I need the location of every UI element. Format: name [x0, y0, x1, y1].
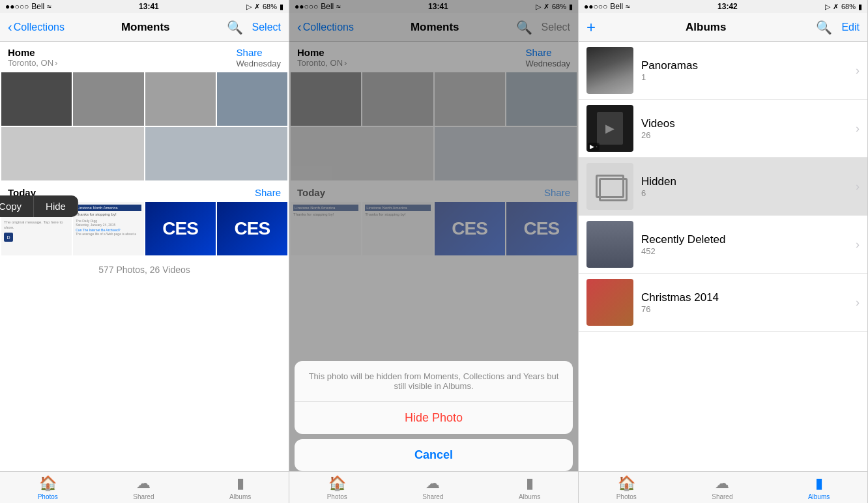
hide-photo-button[interactable]: Hide Photo: [295, 402, 573, 434]
album-count-videos: 26: [641, 130, 850, 140]
panel-3: ●●○○○ Bell ≈ 13:42 ▷ ✗ 68% ▮ + Albums 🔍 …: [579, 0, 868, 503]
panel-1: ●●○○○ Bell ≈ 13:41 ▷ ✗ 68% ▮ ‹ Collectio…: [0, 0, 289, 503]
ces-text-2: CES: [235, 218, 270, 239]
copy-button[interactable]: Copy: [0, 195, 34, 217]
share-button-today-1[interactable]: Share: [255, 187, 281, 198]
album-thumb-recently-deleted: [586, 221, 633, 268]
section-date-1: Wednesday: [237, 59, 281, 68]
select-button-1[interactable]: Select: [252, 22, 281, 33]
video-icon-overlay: ▶ ∙: [588, 143, 600, 151]
tab-bar-3: 🏠 Photos ☁ Shared ▮ Albums: [579, 471, 867, 503]
photo-cell-ces-1[interactable]: CES: [145, 202, 216, 255]
photo-cell-1-2[interactable]: [73, 72, 143, 126]
albums-list: Panoramas 1 › ▶ ▶ ∙ Videos 26 ›: [579, 42, 867, 471]
tab-photos-1[interactable]: 🏠 Photos: [38, 475, 58, 500]
album-info-christmas: Christmas 2014 76: [641, 291, 850, 314]
panel-2: ●●○○○ Bell ≈ 13:41 ▷ ✗ 68% ▮ ‹ Collectio…: [289, 0, 579, 503]
shared-icon-1: ☁: [136, 475, 151, 492]
tab-albums-3[interactable]: ▮ Albums: [808, 475, 830, 500]
chevron-videos: ›: [856, 122, 860, 136]
album-row-recently-deleted[interactable]: Recently Deleted 452 ›: [579, 216, 867, 274]
screenshot-icons-1: D: [4, 233, 69, 242]
photo-cell-1-4[interactable]: [217, 72, 287, 126]
albums-icon-3: ▮: [815, 475, 823, 492]
shared-icon-3: ☁: [715, 475, 729, 492]
digg-icon-1: D: [4, 233, 13, 242]
bluetooth-icon-3: ✗: [833, 3, 839, 11]
tab-photos-label-2: Photos: [327, 493, 347, 500]
battery-icon-1: ▮: [280, 3, 283, 11]
status-right-1: ▷ ✗ 68% ▮: [246, 3, 283, 11]
status-right-3: ▷ ✗ 68% ▮: [825, 3, 862, 11]
edit-button-3[interactable]: Edit: [841, 22, 860, 33]
search-icon-1[interactable]: 🔍: [227, 20, 243, 35]
album-row-videos[interactable]: ▶ ▶ ∙ Videos 26 ›: [579, 100, 867, 158]
chevron-right-home-1: ›: [55, 58, 57, 68]
battery-icon-3: ▮: [858, 3, 862, 11]
nav-bar-3: + Albums 🔍 Edit: [579, 13, 867, 42]
tab-photos-3[interactable]: 🏠 Photos: [616, 475, 637, 500]
nav-actions-1: 🔍 Select: [227, 20, 281, 35]
tab-albums-label-3: Albums: [808, 493, 830, 500]
wifi-icon-3: ≈: [626, 2, 630, 11]
section-right-home-1: Share Wednesday: [237, 47, 281, 68]
section-title-home-1: Home: [8, 47, 57, 58]
album-thumb-christmas: [586, 279, 633, 326]
album-name-panoramas: Panoramas: [641, 59, 850, 72]
tooltip-popup: Copy Hide: [0, 195, 78, 217]
photo-cell-1-6[interactable]: [145, 127, 288, 180]
photos-icon-3: 🏠: [618, 475, 635, 492]
section-location-1: Home Toronto, ON ›: [8, 47, 57, 68]
add-button-3[interactable]: +: [586, 18, 596, 36]
photo-cell-1-3[interactable]: [145, 72, 216, 126]
cancel-button-2[interactable]: Cancel: [295, 439, 573, 471]
tab-photos-label-1: Photos: [38, 493, 58, 500]
signal-3: ●●○○○: [584, 2, 607, 11]
tab-shared-2[interactable]: ☁ Shared: [422, 475, 443, 500]
album-name-hidden: Hidden: [641, 175, 850, 188]
photo-grid-home-1: [0, 71, 289, 182]
screenshot-body-2: The original message. Tap here to show.: [4, 220, 69, 231]
album-info-recently-deleted: Recently Deleted 452: [641, 233, 850, 256]
tab-albums-label-2: Albums: [519, 493, 540, 500]
chevron-hidden: ›: [856, 180, 860, 194]
tab-bar-1: 🏠 Photos ☁ Shared ▮ Albums: [0, 471, 289, 503]
screenshot-body-4: The average life of a Web page is about …: [76, 232, 141, 236]
album-count-christmas: 76: [641, 304, 850, 314]
status-bar-3: ●●○○○ Bell ≈ 13:42 ▷ ✗ 68% ▮: [579, 0, 867, 13]
tab-albums-1[interactable]: ▮ Albums: [229, 475, 251, 500]
time-3: 13:42: [717, 2, 738, 11]
share-button-home-1[interactable]: Share: [237, 47, 263, 58]
tab-shared-label-1: Shared: [133, 493, 154, 500]
screenshot-header-2: Linstone North America: [76, 205, 141, 211]
tab-shared-3[interactable]: ☁ Shared: [712, 475, 732, 500]
search-icon-3[interactable]: 🔍: [816, 20, 832, 35]
tab-photos-2[interactable]: 🏠 Photos: [327, 475, 347, 500]
action-sheet: This photo will be hidden from Moments, …: [289, 361, 578, 471]
photo-cell-ces-2[interactable]: CES: [217, 202, 287, 255]
albums-icon-1: ▮: [237, 475, 244, 492]
location-icon-3: ▷: [825, 3, 830, 11]
tab-photos-label-3: Photos: [616, 493, 637, 500]
photo-cell-screenshot-2[interactable]: Linstone North America Thanks for stoppi…: [73, 202, 143, 255]
album-row-christmas[interactable]: Christmas 2014 76 ›: [579, 274, 867, 332]
photo-cell-1-1[interactable]: [1, 72, 72, 126]
panorama-thumb-image: [586, 47, 633, 94]
album-row-hidden[interactable]: Hidden 6 ›: [579, 158, 867, 216]
battery-3: 68%: [841, 3, 856, 10]
album-name-recently-deleted: Recently Deleted: [641, 233, 850, 246]
action-sheet-message: This photo will be hidden from Moments, …: [295, 361, 573, 402]
tab-shared-label-3: Shared: [712, 493, 732, 500]
signal-1: ●●○○○: [5, 2, 29, 11]
album-row-panoramas[interactable]: Panoramas 1 ›: [579, 42, 867, 100]
hide-button[interactable]: Hide: [34, 195, 78, 217]
photos-icon-2: 🏠: [328, 475, 346, 492]
back-chevron-1: ‹: [8, 20, 12, 35]
status-left-3: ●●○○○ Bell ≈: [584, 2, 630, 11]
album-thumb-videos: ▶ ▶ ∙: [586, 105, 633, 152]
back-button-1[interactable]: ‹ Collections: [8, 20, 65, 35]
section-header-home-1: Home Toronto, ON › Share Wednesday: [0, 42, 289, 71]
tab-shared-1[interactable]: ☁ Shared: [133, 475, 154, 500]
tab-albums-2[interactable]: ▮ Albums: [519, 475, 540, 500]
photo-cell-1-5[interactable]: [1, 127, 144, 180]
